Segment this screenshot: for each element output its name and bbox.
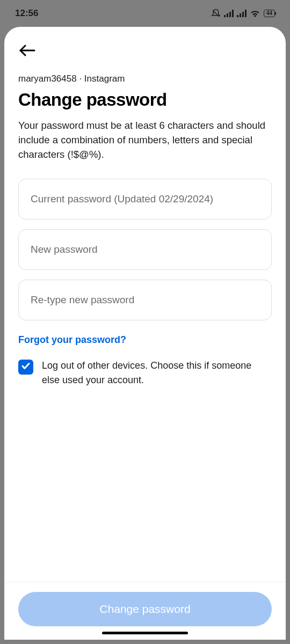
svg-rect-2 [229,12,231,17]
svg-rect-6 [242,12,244,17]
logout-checkbox-label: Log out of other devices. Choose this if… [42,358,272,386]
signal-icon-2 [237,10,247,17]
password-requirements: Your password must be at least 6 charact… [18,119,272,162]
status-bar: 12:56 44 [0,0,290,27]
breadcrumb: maryam36458 · Instagram [18,74,272,84]
status-right: 44 [211,9,275,18]
svg-rect-4 [237,15,238,17]
svg-rect-0 [224,15,226,17]
logout-other-devices-checkbox[interactable] [18,360,33,375]
svg-rect-3 [232,10,234,17]
svg-rect-7 [245,10,247,17]
page-title: Change password [18,90,272,110]
bottom-bar: Change password [4,582,286,640]
mute-icon [211,9,221,18]
status-time: 12:56 [15,8,38,19]
sheet: maryam36458 · Instagram Change password … [4,27,286,640]
back-button[interactable] [17,42,38,61]
current-password-field[interactable] [18,179,272,219]
home-indicator [102,632,188,634]
arrow-left-icon [19,50,35,58]
retype-password-field[interactable] [18,280,272,320]
battery-icon: 44 [264,10,275,17]
check-icon [21,361,31,373]
new-password-field[interactable] [18,229,272,270]
svg-rect-5 [240,13,241,17]
svg-rect-1 [227,13,228,17]
forgot-password-link[interactable]: Forgot your password? [18,334,272,346]
change-password-button[interactable]: Change password [18,592,272,626]
signal-icon [224,10,234,17]
wifi-icon [250,10,260,17]
